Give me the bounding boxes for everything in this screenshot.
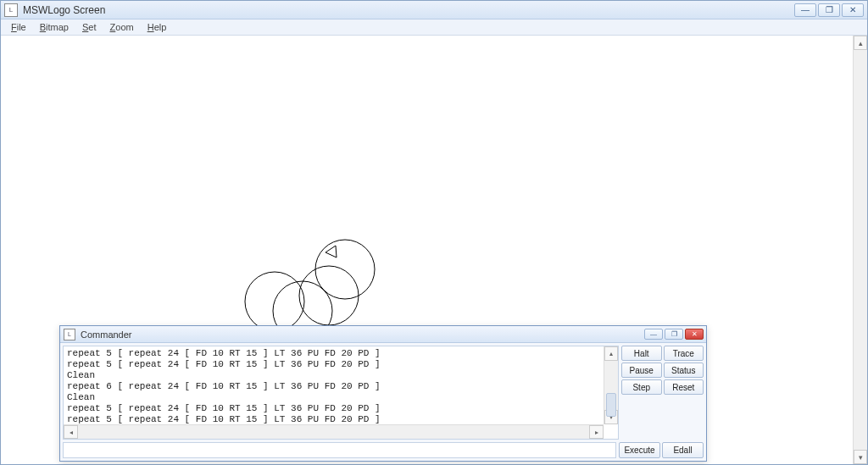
scroll-track[interactable] <box>78 425 589 439</box>
history-vertical-scrollbar[interactable]: ▴ ▾ <box>604 346 618 424</box>
commander-titlebar[interactable]: L Commander — ❐ ✕ <box>60 326 706 343</box>
menubar: File Bitmap Set Zoom Help <box>1 19 867 36</box>
menu-zoom[interactable]: Zoom <box>103 20 141 34</box>
commander-window-controls: — ❐ ✕ <box>644 329 704 340</box>
app-icon: L <box>4 3 18 17</box>
menu-help[interactable]: Help <box>141 20 174 34</box>
menu-bitmap[interactable]: Bitmap <box>33 20 75 34</box>
scroll-right-icon[interactable]: ▸ <box>589 425 604 439</box>
halt-button[interactable]: Halt <box>621 346 662 361</box>
canvas-vertical-scrollbar[interactable]: ▴ ▾ <box>853 36 867 464</box>
commander-body: repeat 5 [ repeat 24 [ FD 10 RT 15 ] LT … <box>60 343 706 442</box>
commander-input-row: Execute Edall <box>60 442 706 461</box>
commander-minimize-button[interactable]: — <box>644 329 663 340</box>
window-title: MSWLogo Screen <box>21 4 794 16</box>
history-horizontal-scrollbar[interactable]: ◂ ▸ <box>64 424 604 439</box>
menu-set[interactable]: Set <box>75 20 103 34</box>
close-button[interactable]: ✕ <box>842 3 864 17</box>
window-controls: — ❐ ✕ <box>794 3 864 17</box>
commander-title: Commander <box>79 329 644 340</box>
scroll-left-icon[interactable]: ◂ <box>64 425 78 439</box>
pause-button[interactable]: Pause <box>621 363 662 378</box>
svg-point-3 <box>315 240 375 299</box>
commander-maximize-button[interactable]: ❐ <box>665 329 683 340</box>
trace-button[interactable]: Trace <box>664 346 704 361</box>
menu-file[interactable]: File <box>4 20 33 34</box>
svg-marker-4 <box>326 246 337 257</box>
svg-point-2 <box>299 266 359 325</box>
commander-window[interactable]: L Commander — ❐ ✕ repeat 5 [ repeat 24 [… <box>59 325 707 462</box>
commander-icon: L <box>64 329 75 340</box>
status-button[interactable]: Status <box>664 363 704 378</box>
minimize-button[interactable]: — <box>794 3 816 17</box>
scroll-track[interactable] <box>854 50 867 450</box>
scroll-thumb[interactable] <box>606 393 616 417</box>
history-panel: repeat 5 [ repeat 24 [ FD 10 RT 15 ] LT … <box>63 346 619 440</box>
commander-close-button[interactable]: ✕ <box>685 329 704 340</box>
scroll-down-icon[interactable]: ▾ <box>854 450 867 464</box>
execute-buttons: Execute Edall <box>619 442 704 458</box>
commander-side-buttons: Halt Trace Pause Status Step Reset <box>621 343 706 442</box>
turtle-drawing <box>1 36 849 357</box>
command-input[interactable] <box>63 442 616 458</box>
edall-button[interactable]: Edall <box>662 442 704 458</box>
titlebar[interactable]: L MSWLogo Screen — ❐ ✕ <box>1 1 867 19</box>
step-button[interactable]: Step <box>621 379 662 395</box>
scroll-up-icon[interactable]: ▴ <box>854 36 867 50</box>
maximize-button[interactable]: ❐ <box>818 3 840 17</box>
execute-button[interactable]: Execute <box>619 442 660 458</box>
reset-button[interactable]: Reset <box>664 379 704 395</box>
scroll-up-icon[interactable]: ▴ <box>604 346 618 361</box>
